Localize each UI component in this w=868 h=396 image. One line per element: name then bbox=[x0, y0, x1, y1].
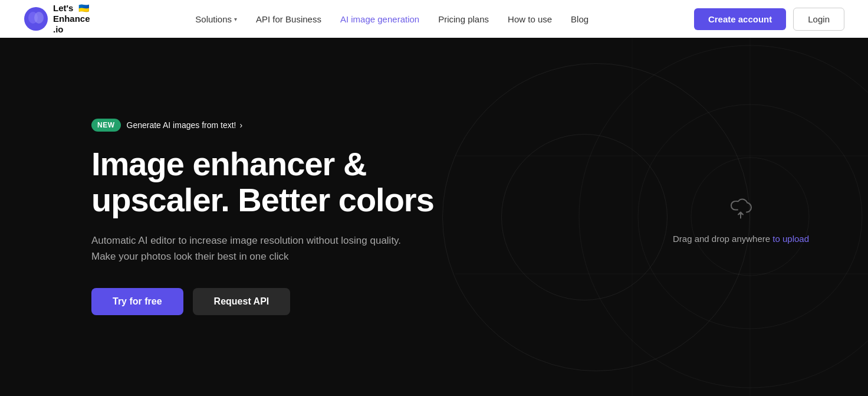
navbar: Let's 🇺🇦 Enhance .io Solutions ▾ API for… bbox=[0, 0, 868, 38]
nav-pricing-plans[interactable]: Pricing plans bbox=[438, 14, 489, 24]
nav-blog[interactable]: Blog bbox=[571, 14, 588, 24]
cloud-upload-icon bbox=[724, 191, 757, 224]
try-for-free-button[interactable]: Try for free bbox=[91, 288, 183, 315]
nav-api-business[interactable]: API for Business bbox=[256, 14, 321, 24]
hero-actions: Try for free Request API bbox=[91, 288, 448, 315]
nav-links: Solutions ▾ API for Business AI image ge… bbox=[195, 14, 588, 24]
navbar-actions: Create account Login bbox=[694, 8, 844, 31]
upload-link[interactable]: to upload bbox=[772, 233, 809, 243]
badge-link[interactable]: Generate AI images from text! › bbox=[127, 120, 243, 130]
logo-text: Let's 🇺🇦 Enhance .io bbox=[53, 3, 90, 35]
new-badge: NEW bbox=[91, 119, 121, 132]
svg-point-2 bbox=[34, 12, 44, 24]
nav-solutions[interactable]: Solutions ▾ bbox=[195, 14, 237, 24]
logo-icon bbox=[24, 6, 48, 31]
create-account-button[interactable]: Create account bbox=[694, 8, 786, 30]
nav-ai-image-generation[interactable]: AI image generation bbox=[340, 14, 419, 24]
ukraine-flag-icon: 🇺🇦 bbox=[78, 3, 90, 14]
hero-title: Image enhancer & upscaler. Better colors bbox=[91, 146, 448, 218]
hero-subtitle: Automatic AI editor to increase image re… bbox=[91, 233, 448, 264]
badge-link-arrow-icon: › bbox=[239, 120, 242, 130]
chevron-down-icon: ▾ bbox=[234, 16, 237, 22]
nav-how-to-use[interactable]: How to use bbox=[508, 14, 552, 24]
new-badge-row: NEW Generate AI images from text! › bbox=[91, 119, 448, 132]
upload-area[interactable]: Drag and drop anywhere to upload bbox=[673, 191, 809, 243]
hero-content: NEW Generate AI images from text! › Imag… bbox=[0, 119, 448, 316]
login-button[interactable]: Login bbox=[793, 8, 844, 31]
hero-section: NEW Generate AI images from text! › Imag… bbox=[0, 38, 868, 396]
logo-area: Let's 🇺🇦 Enhance .io bbox=[24, 3, 90, 35]
upload-prompt-text: Drag and drop anywhere to upload bbox=[673, 233, 809, 243]
upload-cloud-icon bbox=[724, 191, 757, 224]
request-api-button[interactable]: Request API bbox=[193, 288, 291, 315]
